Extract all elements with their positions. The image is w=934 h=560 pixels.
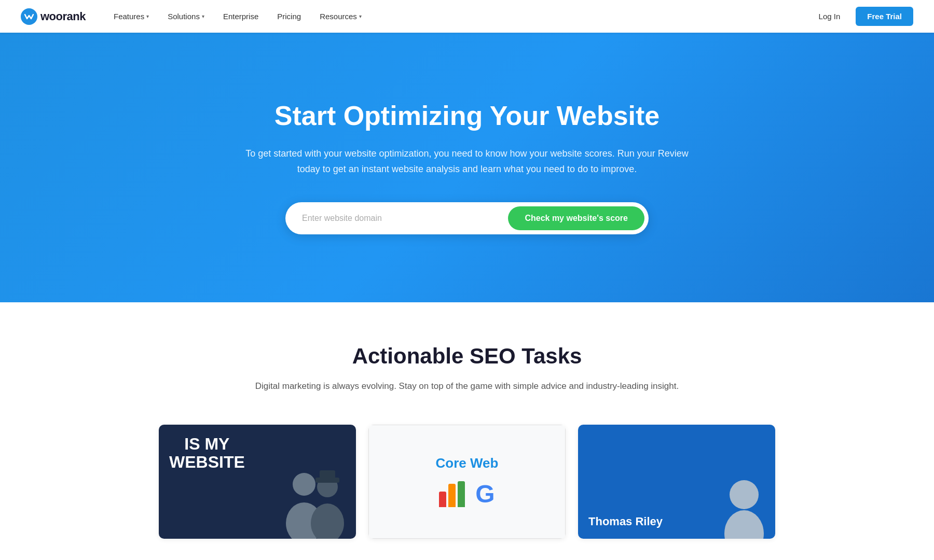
navbar: woorank Features ▾ Solutions ▾ Enterpris…	[0, 0, 934, 33]
seo-section-subtitle: Digital marketing is always evolving. St…	[244, 379, 690, 394]
svg-point-7	[730, 480, 759, 509]
chevron-down-icon: ▾	[202, 13, 204, 19]
card-people-image	[273, 456, 356, 539]
card-thomas-riley[interactable]: Thomas Riley	[578, 425, 775, 539]
nav-features-label: Features	[114, 12, 144, 21]
nav-item-solutions[interactable]: Solutions ▾	[160, 8, 212, 25]
bar-orange	[448, 484, 456, 507]
seo-section-title: Actionable SEO Tasks	[21, 344, 913, 369]
nav-actions: Log In Free Trial	[812, 7, 913, 26]
nav-item-features[interactable]: Features ▾	[106, 8, 156, 25]
card-is-my-website[interactable]: IS MYWEBSITE	[159, 425, 356, 539]
login-button[interactable]: Log In	[812, 8, 848, 25]
bar-green	[458, 481, 465, 507]
svg-point-1	[293, 473, 315, 496]
hero-title: Start Optimizing Your Website	[274, 101, 660, 132]
seo-section: Actionable SEO Tasks Digital marketing i…	[0, 302, 934, 559]
chevron-down-icon: ▾	[359, 13, 362, 19]
hero-subtitle: To get started with your website optimiz…	[244, 146, 690, 177]
card-middle-content: Core Web G	[369, 425, 565, 538]
card-left-title: IS MYWEBSITE	[169, 435, 245, 471]
cards-row: IS MYWEBSITE	[21, 425, 913, 539]
card-image-left: IS MYWEBSITE	[159, 425, 356, 539]
nav-item-resources[interactable]: Resources ▾	[312, 8, 369, 25]
woorank-logo-icon	[21, 8, 37, 25]
nav-pricing-label: Pricing	[277, 12, 301, 21]
chevron-down-icon: ▾	[146, 13, 149, 19]
search-input[interactable]	[302, 214, 508, 223]
logo-link[interactable]: woorank	[21, 8, 86, 25]
nav-resources-label: Resources	[320, 12, 357, 21]
nav-links: Features ▾ Solutions ▾ Enterprise Pricin…	[106, 8, 812, 25]
google-icon: G	[475, 480, 495, 508]
free-trial-button[interactable]: Free Trial	[856, 7, 913, 26]
hero-section: Start Optimizing Your Website To get sta…	[0, 33, 934, 302]
nav-item-pricing[interactable]: Pricing	[270, 8, 308, 25]
bar-chart-mini	[439, 481, 465, 507]
search-bar: Check my website's score	[285, 202, 649, 234]
nav-item-enterprise[interactable]: Enterprise	[216, 8, 266, 25]
svg-rect-6	[320, 470, 335, 479]
check-score-button[interactable]: Check my website's score	[508, 206, 644, 230]
card-core-web[interactable]: Core Web G	[368, 425, 566, 539]
card-image-middle: Core Web G	[368, 425, 566, 539]
card-person-name: Thomas Riley	[588, 515, 663, 528]
svg-point-8	[724, 510, 764, 539]
logo-text: woorank	[40, 10, 86, 23]
core-web-title: Core Web	[436, 455, 499, 471]
card-image-right: Thomas Riley	[578, 425, 775, 539]
bar-red	[439, 492, 446, 507]
nav-enterprise-label: Enterprise	[223, 12, 258, 21]
nav-solutions-label: Solutions	[168, 12, 200, 21]
card-right-content: Thomas Riley	[578, 425, 775, 539]
